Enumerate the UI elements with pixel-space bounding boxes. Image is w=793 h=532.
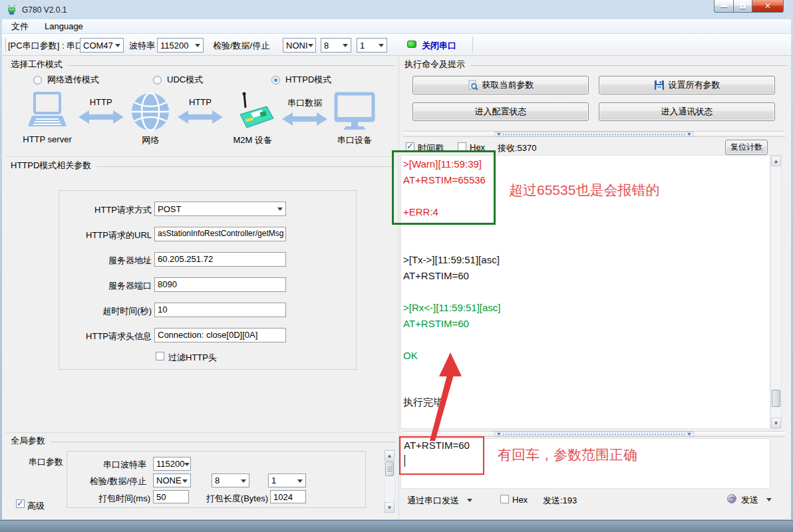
filter-http-label: 过滤HTTP头 [168, 352, 217, 364]
radio-udc-mode[interactable]: UDC模式 [153, 74, 203, 86]
httpd-header-label: HTTPD模式相关参数 [11, 160, 91, 172]
close-icon: ✕ [764, 1, 771, 11]
reset-count-label: 复位计数 [730, 142, 762, 153]
g-baud-value: 115200 [156, 459, 184, 469]
enter-config-label: 进入配置状态 [475, 106, 527, 118]
baud-select[interactable]: 115200 [157, 38, 204, 53]
radio-label: UDC模式 [167, 74, 203, 86]
cmd-header: 执行命令及提示 [404, 59, 788, 70]
menu-file[interactable]: 文件 [11, 21, 29, 33]
scroll-down-icon[interactable]: ▼ [771, 418, 781, 428]
http-url-label: HTTP请求的URL [61, 229, 152, 241]
recv-count: 接收:5370 [498, 142, 537, 154]
send-icon [726, 493, 737, 504]
close-button[interactable]: ✕ [752, 0, 784, 13]
databits-select[interactable]: 8 [321, 38, 351, 53]
set-params-label: 设置所有参数 [669, 79, 720, 91]
pack-len-label: 打包长度(Bytes) [205, 493, 268, 505]
parity-select[interactable]: NONI [283, 38, 316, 53]
warn-highlight-box [392, 150, 496, 225]
annotation-over-65535: 超过65535也是会报错的 [509, 181, 659, 200]
log-line: AT+RSTIM=60 [403, 270, 469, 281]
scroll-down-icon[interactable]: ▼ [385, 502, 395, 513]
send-hex-checkbox[interactable]: Hex [500, 494, 534, 505]
chevron-down-icon [195, 44, 200, 50]
toolbar-separator [472, 37, 473, 53]
log-line: AT+RSTIM=60 [403, 318, 469, 329]
http-url-input[interactable]: asStationInfoRestController/getMsg [154, 227, 286, 241]
chevron-down-icon [766, 498, 772, 504]
send-button[interactable]: 发送 [726, 493, 774, 506]
radio-transparent-mode[interactable]: 网络透传模式 [33, 74, 99, 86]
radio-httpd-mode[interactable]: HTTPD模式 [271, 74, 331, 86]
mode-diagram: HTTP server HTTP 网络 HTTP [17, 92, 381, 153]
http-method-label: HTTP请求方式 [61, 204, 152, 216]
g-databits-select[interactable]: 8 [212, 473, 249, 487]
scroll-thumb[interactable] [772, 390, 780, 407]
menu-language[interactable]: Language [45, 21, 83, 31]
send-mode-select[interactable]: 通过串口发送 [407, 495, 474, 507]
menubar: 文件 Language [2, 19, 791, 34]
enter-config-button[interactable]: 进入配置状态 [412, 102, 589, 121]
g-stopbits-select[interactable]: 1 [268, 473, 306, 487]
server-addr-label: 服务器地址 [61, 255, 152, 267]
diagram-node-label: M2M 设备 [233, 134, 272, 146]
g-baud-select[interactable]: 115200 [153, 457, 191, 471]
http-method-select[interactable]: POST [154, 201, 286, 216]
pack-len-input[interactable]: 1024 [270, 490, 306, 503]
g-databits-value: 8 [215, 475, 220, 485]
reset-count-button[interactable]: 复位计数 [725, 140, 768, 155]
g-parity-label: 检验/数据/停止 [70, 475, 146, 487]
server-addr-input[interactable]: 60.205.251.72 [154, 252, 286, 267]
diagram-node-label: 网络 [142, 134, 159, 146]
diagram-link-http1: HTTP [78, 92, 124, 126]
databits-value: 8 [324, 41, 329, 51]
maximize-button[interactable] [734, 0, 752, 13]
baud-value: 115200 [160, 41, 188, 51]
scroll-up-icon[interactable]: ▲ [385, 450, 395, 461]
timeout-input[interactable]: 10 [154, 303, 286, 317]
log-scrollbar[interactable]: ▲ ▼ [770, 155, 782, 429]
enter-comm-button[interactable]: 进入通讯状态 [599, 102, 775, 121]
cmd-header-label: 执行命令及提示 [404, 59, 465, 70]
close-port-button[interactable]: 关闭串口 [407, 38, 467, 53]
diagram-node-m2m: M2M 设备 [224, 92, 282, 146]
pack-time-label: 打包时间(ms) [85, 493, 150, 505]
scroll-thumb[interactable] [385, 462, 394, 476]
window-controls: ✕ [714, 0, 784, 13]
left-scrollbar[interactable]: ▲ ▼ [384, 450, 395, 513]
maximize-icon [740, 3, 746, 9]
chevron-down-icon [277, 207, 283, 213]
pack-time-input[interactable]: 50 [153, 490, 189, 503]
workmode-header-label: 选择工作模式 [11, 59, 63, 70]
toolbar-grip[interactable] [4, 38, 6, 52]
minimize-button[interactable] [714, 0, 734, 13]
advanced-checkbox[interactable]: 高级 [16, 499, 56, 509]
stopbits-select[interactable]: 1 [357, 38, 387, 53]
chevron-down-icon [379, 44, 384, 50]
log-line: OK [403, 350, 418, 361]
double-arrow-icon [178, 108, 223, 126]
g-parity-select[interactable]: NONE [153, 473, 191, 487]
http-method-value: POST [158, 204, 181, 214]
global-header-label: 全局参数 [11, 435, 45, 447]
scroll-up-icon[interactable]: ▲ [771, 156, 781, 166]
chevron-down-icon [467, 499, 472, 505]
send-mode-label: 通过串口发送 [407, 495, 459, 507]
server-port-input[interactable]: 8090 [154, 277, 286, 292]
get-params-button[interactable]: 获取当前参数 [412, 76, 589, 94]
global-header: 全局参数 [11, 435, 395, 447]
enter-comm-label: 进入通讯状态 [661, 106, 713, 118]
set-params-button[interactable]: 设置所有参数 [599, 76, 775, 94]
chevron-down-icon [343, 44, 348, 50]
splitter-top[interactable] [403, 131, 785, 137]
com-port-select[interactable]: COM47 [80, 38, 124, 53]
http-header-input[interactable]: Connection: close[0D][0A] [154, 328, 286, 342]
parity-label: 检验/数据/停止 [213, 40, 269, 52]
double-arrow-icon [282, 110, 327, 128]
filter-http-checkbox[interactable]: 过滤HTTP头 [156, 351, 229, 362]
section-divider [5, 432, 397, 433]
parity-value: NONI [286, 41, 308, 51]
save-icon [654, 80, 665, 90]
stopbits-value: 1 [360, 41, 365, 51]
